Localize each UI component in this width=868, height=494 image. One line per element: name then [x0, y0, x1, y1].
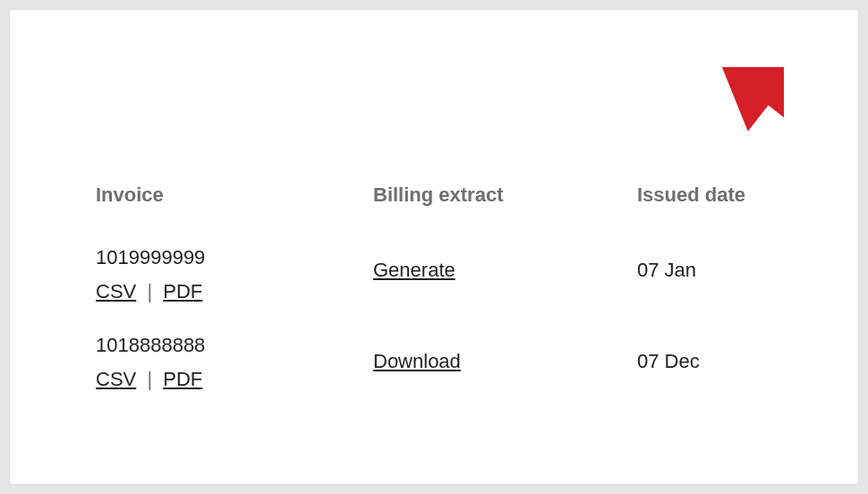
- header-issued-date: Issued date: [637, 183, 745, 207]
- billing-table: Invoice 1019999999 CSV | PDF 1018888888 …: [96, 183, 745, 429]
- separator: |: [141, 368, 157, 390]
- download-link[interactable]: Download: [373, 350, 461, 373]
- invoice-row: 1019999999 CSV | PDF: [96, 246, 373, 303]
- issued-date: 07 Dec: [637, 337, 745, 429]
- svg-marker-1: [681, 67, 784, 132]
- extract-row: Download: [373, 337, 637, 429]
- issued-date: 07 Jan: [637, 246, 745, 337]
- generate-link[interactable]: Generate: [373, 259, 455, 282]
- svg-rect-0: [740, 67, 784, 216]
- column-invoice: Invoice 1019999999 CSV | PDF 1018888888 …: [96, 183, 373, 429]
- pdf-link[interactable]: PDF: [163, 280, 202, 303]
- invoice-format-links: CSV | PDF: [96, 280, 373, 303]
- separator: |: [141, 280, 157, 302]
- header-invoice: Invoice: [96, 183, 373, 207]
- column-billing-extract: Billing extract Generate Download: [373, 183, 637, 429]
- invoice-number: 1018888888: [96, 334, 373, 357]
- invoice-format-links: CSV | PDF: [96, 368, 373, 391]
- column-issued-date: Issued date 07 Jan 07 Dec: [637, 183, 745, 429]
- billing-card: Invoice 1019999999 CSV | PDF 1018888888 …: [9, 9, 859, 485]
- csv-link[interactable]: CSV: [96, 280, 136, 303]
- invoice-number: 1019999999: [96, 246, 373, 269]
- extract-row: Generate: [373, 246, 637, 337]
- invoice-row: 1018888888 CSV | PDF: [96, 334, 373, 391]
- csv-link[interactable]: CSV: [96, 368, 136, 391]
- header-billing-extract: Billing extract: [373, 183, 637, 207]
- pdf-link[interactable]: PDF: [163, 368, 202, 391]
